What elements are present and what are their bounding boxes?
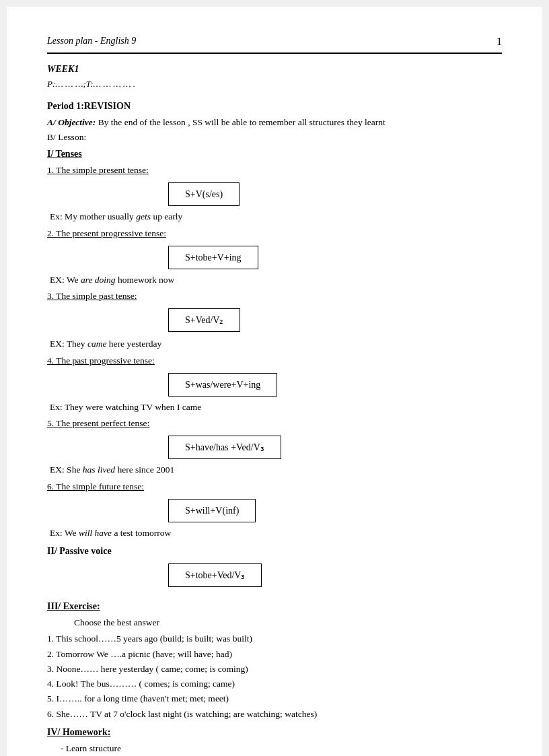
- page-number: 1: [497, 34, 502, 50]
- tense-5-example: EX: She has lived here since 2001: [50, 463, 502, 477]
- tense-2-formula: S+tobe+V+ing: [168, 246, 258, 269]
- tense-4-formula: S+was/were+V+ing: [168, 373, 277, 397]
- tense-1-label: 1. The simple present tense:: [47, 164, 502, 177]
- tense-3-formula-row: S+Ved/V₂: [47, 306, 502, 335]
- tense-1-formula-row: S+V(s/es): [47, 180, 502, 209]
- tense-1-example: Ex: My mother usually gets up early: [50, 210, 502, 224]
- tense-2-formula-row: S+tobe+V+ing: [47, 243, 502, 272]
- objective-text: By the end of the lesson , SS will be ab…: [96, 117, 385, 127]
- tense-3-formula: S+Ved/V₂: [168, 308, 240, 332]
- tense-5-formula: S+have/has +Ved/V₃: [168, 436, 281, 459]
- tense-2-example: EX: We are doing homework now: [50, 273, 502, 287]
- exercise-item-6: 6. She…… TV at 7 o'clock last night (is …: [47, 708, 502, 721]
- tense-1-formula: S+V(s/es): [168, 182, 240, 206]
- ex6-italic: will have: [79, 528, 112, 538]
- ex4-prefix: Ex: They were watching TV when I came: [50, 402, 201, 412]
- tenses-heading: I/ Tenses: [47, 147, 502, 161]
- passive-heading: II/ Passive voice: [47, 544, 502, 558]
- ex3-suffix: here yesterday: [106, 339, 161, 349]
- header-title: Lesson plan - English 9: [47, 34, 136, 48]
- page-header: Lesson plan - English 9 1: [47, 34, 502, 54]
- ex5-italic: has lived: [83, 465, 115, 475]
- page: Lesson plan - English 9 1 WEEK1 P:… … …;…: [7, 7, 542, 756]
- exercise-item-4: 4. Look! The bus……… ( comes; is coming; …: [47, 677, 502, 691]
- tense-5-formula-row: S+have/has +Ved/V₃: [47, 433, 502, 462]
- ex1-suffix: up early: [151, 211, 182, 221]
- homework-item-1: - Learn structure: [61, 742, 502, 755]
- tense-3-label: 3. The simple past tense:: [47, 289, 502, 303]
- passive-formula: S+tobe+Ved/V₃: [168, 563, 262, 587]
- ex5-suffix: here since 2001: [115, 465, 174, 475]
- exercise-heading: III/ Exercise:: [47, 599, 502, 613]
- tense-5-label: 5. The present perfect tense:: [47, 417, 502, 430]
- ex6-prefix: Ex: We: [50, 528, 79, 538]
- tense-3-example: EX: They came here yesterday: [50, 337, 502, 351]
- tense-6-formula: S+will+V(inf): [168, 499, 256, 522]
- ex2-prefix: EX: We: [50, 275, 81, 285]
- ex2-italic: are doing: [81, 275, 116, 285]
- tense-4-label: 4. The past progressive tense:: [47, 354, 502, 368]
- tense-4-example: Ex: They were watching TV when I came: [50, 401, 502, 414]
- ex3-italic: came: [87, 339, 106, 349]
- ex1-italic: gets: [136, 211, 151, 221]
- objective-label: A/ Objective:: [47, 117, 96, 127]
- ex3-prefix: EX: They: [50, 339, 87, 349]
- lesson-label: B/ Lesson:: [47, 131, 502, 144]
- ex5-prefix: EX: She: [50, 465, 83, 475]
- ex2-suffix: homework now: [116, 275, 175, 285]
- tense-6-formula-row: S+will+V(inf): [47, 496, 502, 525]
- ex6-suffix: a test tomorrow: [112, 528, 171, 538]
- exercise-item-2: 2. Tomorrow We ….a picnic (have; will ha…: [47, 648, 502, 661]
- passive-formula-row: S+tobe+Ved/V₃: [47, 561, 502, 590]
- week-subtitle: P:… … …;T:… … … … .: [47, 77, 502, 91]
- tense-6-example: Ex: We will have a test tomorrow: [50, 526, 502, 540]
- objective-line: A/ Objective: By the end of the lesson ,…: [47, 116, 502, 129]
- week-title: WEEK1: [47, 62, 502, 76]
- tense-4-formula-row: S+was/were+V+ing: [47, 370, 502, 399]
- period-title: Period 1:REVISION: [47, 99, 502, 113]
- exercise-item-5: 5. I…….. for a long time (haven't met; m…: [47, 692, 502, 706]
- tense-2-label: 2. The present progressive tense:: [47, 227, 502, 240]
- tense-6-label: 6. The simple future tense:: [47, 480, 502, 493]
- exercise-item-1: 1. This school……5 years ago (build; is b…: [47, 632, 502, 646]
- ex1-prefix: Ex: My mother usually: [50, 211, 136, 221]
- homework-heading: IV/ Homework:: [47, 725, 502, 739]
- exercise-item-3: 3. Noone…… here yesterday ( came; come; …: [47, 662, 502, 676]
- exercise-instruction: Choose the best answer: [74, 616, 502, 629]
